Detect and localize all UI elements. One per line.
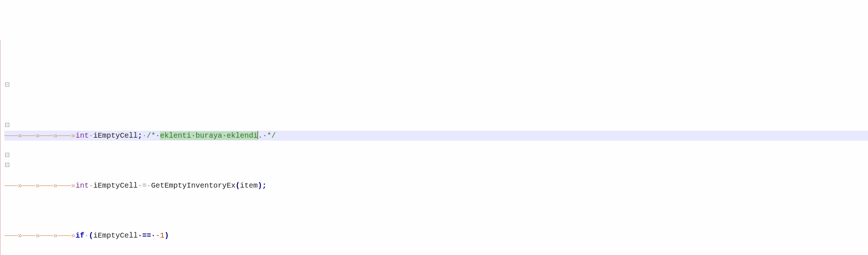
type-keyword: int (76, 131, 89, 140)
indent: ———»———»———»———» (4, 131, 76, 140)
code-editor[interactable]: ———»———»———»———»int·iEmptyCell;·/*·eklen… (0, 40, 868, 255)
code-area[interactable]: ———»———»———»———»int·iEmptyCell;·/*·eklen… (4, 91, 868, 255)
selection: eklenti·buraya·eklendi (160, 131, 258, 140)
gutter (0, 40, 4, 255)
comment: /*·eklenti·buraya·eklendi.·*/ (147, 131, 276, 140)
identifier: iEmptyCell (93, 131, 138, 140)
fold-icon[interactable] (5, 83, 9, 87)
fold-icon[interactable] (5, 153, 9, 157)
code-line[interactable]: ———»———»———»———»int·iEmptyCell·=·GetEmpt… (4, 181, 868, 191)
fold-icon[interactable] (5, 163, 9, 167)
fold-column (4, 40, 10, 255)
code-line[interactable]: ———»———»———»———»int·iEmptyCell;·/*·eklen… (4, 131, 868, 141)
fold-icon[interactable] (5, 123, 9, 127)
code-line[interactable]: ———»———»———»———»if·(iEmptyCell·==·-1) (4, 231, 868, 241)
